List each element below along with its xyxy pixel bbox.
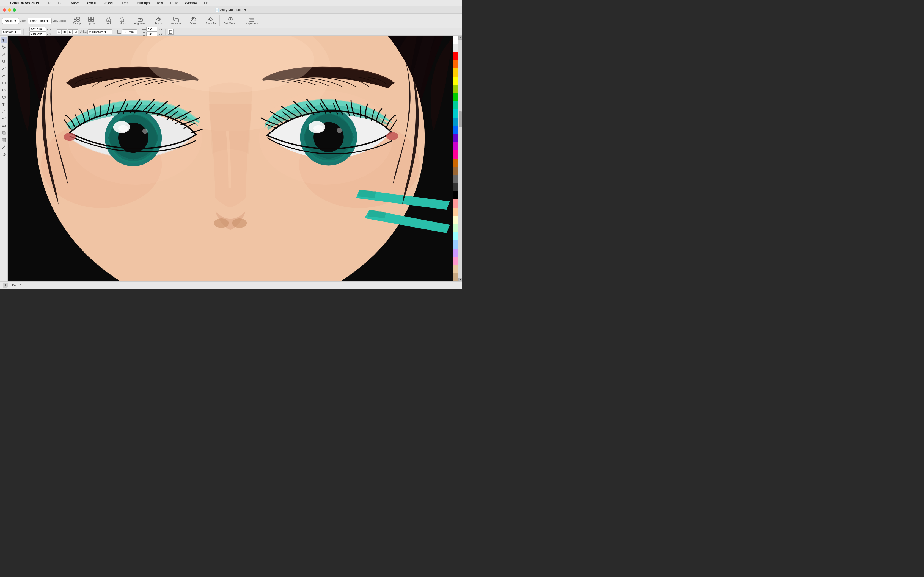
alignment-button[interactable]: Alignment (132, 16, 148, 26)
text-tool-button[interactable]: T (0, 101, 7, 108)
polygon-tool-button[interactable] (0, 94, 7, 101)
menu-view[interactable]: View (70, 0, 80, 5)
palette-swatch-light-green[interactable] (454, 224, 458, 232)
arrange-button[interactable]: Arrange (170, 16, 183, 26)
freehand-tool-button[interactable] (0, 65, 7, 72)
inspectors-button[interactable]: Inspectors (244, 16, 260, 26)
palette-swatch-lightgray[interactable] (454, 44, 458, 52)
maximize-button[interactable] (13, 8, 16, 11)
menu-help[interactable]: Help (203, 0, 213, 5)
blend-tool-button[interactable] (0, 122, 7, 129)
transform-4-button[interactable]: ⊟ (73, 29, 78, 34)
palette-swatch-green[interactable] (454, 93, 458, 102)
bezier-tool-button[interactable] (0, 73, 7, 79)
unlock-button[interactable]: Unlock (116, 16, 128, 26)
palette-swatch-magenta[interactable] (454, 142, 458, 150)
transform-2-button[interactable]: ▣ (62, 29, 67, 34)
palette-swatch-yellow[interactable] (454, 77, 458, 85)
palette-swatch-purple[interactable] (454, 134, 458, 142)
view-mode-dropdown[interactable]: Enhanced ▼ (27, 18, 52, 24)
lock-button[interactable]: Lock (103, 16, 115, 26)
w-spinner-icon[interactable]: ▲▼ (158, 28, 163, 31)
mirror-button[interactable]: Mirror (153, 16, 165, 26)
menu-edit[interactable]: Edit (57, 0, 65, 5)
illustration (8, 36, 453, 281)
group-button[interactable]: Group (71, 16, 83, 25)
h-spinner-icon[interactable]: ▲▼ (158, 33, 163, 35)
straighten-tool-button[interactable] (0, 51, 7, 58)
add-page-button[interactable]: + (3, 283, 8, 288)
palette-swatch-pink[interactable] (454, 257, 458, 265)
palette-swatch-hot-pink[interactable] (454, 150, 458, 158)
palette-swatch-blue[interactable] (454, 126, 458, 134)
svg-point-10 (108, 20, 109, 21)
zoom-dropdown[interactable]: 706% ▼ (2, 18, 19, 24)
palette-swatch-peach[interactable] (454, 208, 458, 216)
palette-swatch-light-blue-2[interactable] (454, 240, 458, 249)
y-spinner-icon[interactable]: ▲▼ (47, 33, 52, 35)
transform-1-button[interactable]: □ (57, 29, 61, 34)
menu-bitmaps[interactable]: Bitmaps (136, 0, 151, 5)
snap-to-button[interactable]: Snap To (204, 16, 218, 26)
palette-swatch-tan[interactable] (454, 273, 458, 281)
svg-point-88 (232, 218, 247, 228)
scroll-down-button[interactable]: ▼ (459, 277, 462, 281)
menu-text[interactable]: Text (155, 0, 164, 5)
palette-swatch-white[interactable] (454, 36, 458, 44)
menu-object[interactable]: Object (102, 0, 114, 5)
units-dropdown[interactable]: millimeters ▼ (87, 29, 112, 34)
palette-swatch-gray[interactable] (454, 175, 458, 183)
palette-swatch-skin[interactable] (454, 265, 458, 273)
scroll-thumb[interactable] (459, 111, 462, 127)
palette-swatch-brown-orange[interactable] (454, 158, 458, 167)
transform-3-button[interactable]: ⊞ (68, 29, 73, 34)
object-type-dropdown[interactable]: Custom ▼ (2, 29, 21, 34)
palette-swatch-lavender[interactable] (454, 249, 458, 257)
app-name[interactable]: CorelDRAW 2019 (9, 0, 40, 5)
free-transform-button[interactable] (168, 29, 173, 35)
palette-swatch-lime[interactable] (454, 85, 458, 93)
connector-tool-button[interactable] (0, 115, 7, 122)
palette-swatch-light-cyan[interactable] (454, 232, 458, 240)
palette-swatch-cream[interactable] (454, 216, 458, 224)
fill-tool-button[interactable] (0, 151, 7, 158)
canvas-area[interactable] (8, 36, 453, 281)
mesh-fill-tool-button[interactable] (0, 137, 7, 143)
palette-swatch-light-pink[interactable] (454, 200, 458, 208)
palette-swatch-light-blue[interactable] (454, 118, 458, 126)
menu-layout[interactable]: Layout (84, 0, 97, 5)
outline-dropdown[interactable]: 0.1 mm (122, 29, 137, 34)
close-button[interactable] (3, 8, 6, 11)
palette-swatch-teal-green[interactable] (454, 101, 458, 110)
x-spinner-icon[interactable]: ▲▼ (47, 28, 52, 31)
menu-effects[interactable]: Effects (118, 0, 132, 5)
zoom-tool-button[interactable] (0, 58, 7, 65)
ungroup-button[interactable]: Ungroup (84, 16, 98, 25)
palette-swatch-black[interactable] (454, 191, 458, 200)
scroll-track[interactable] (459, 40, 462, 277)
node-tool-button[interactable] (0, 44, 7, 50)
get-more-button[interactable]: Get More... (222, 16, 239, 26)
menu-table[interactable]: Table (169, 0, 179, 5)
menu-window[interactable]: Window (184, 0, 199, 5)
pick-tool-button[interactable] (0, 37, 7, 44)
line-tool-button[interactable] (0, 108, 7, 115)
rectangle-tool-button[interactable] (0, 80, 7, 86)
scroll-up-button[interactable]: ▲ (459, 36, 462, 40)
vertical-scrollbar[interactable]: ▲ ▼ (458, 36, 462, 281)
palette-swatch-dark-gray[interactable] (454, 183, 458, 191)
eyedropper-tool-button[interactable] (0, 144, 7, 151)
palette-swatch-cyan[interactable] (454, 110, 458, 118)
ellipse-tool-button[interactable] (0, 87, 7, 93)
palette-swatch-amber[interactable] (454, 68, 458, 77)
minimize-button[interactable] (8, 8, 11, 11)
view-group-button[interactable]: View (187, 16, 199, 26)
palette-swatch-red[interactable] (454, 52, 458, 60)
menu-file[interactable]: File (45, 0, 53, 5)
palette-swatch-orange[interactable] (454, 60, 458, 68)
palette-swatch-brown[interactable] (454, 167, 458, 175)
w-input[interactable] (146, 27, 157, 32)
x-input[interactable] (29, 27, 46, 32)
apple-logo-icon[interactable]:  (2, 1, 3, 5)
shadow-tool-button[interactable] (0, 130, 7, 136)
